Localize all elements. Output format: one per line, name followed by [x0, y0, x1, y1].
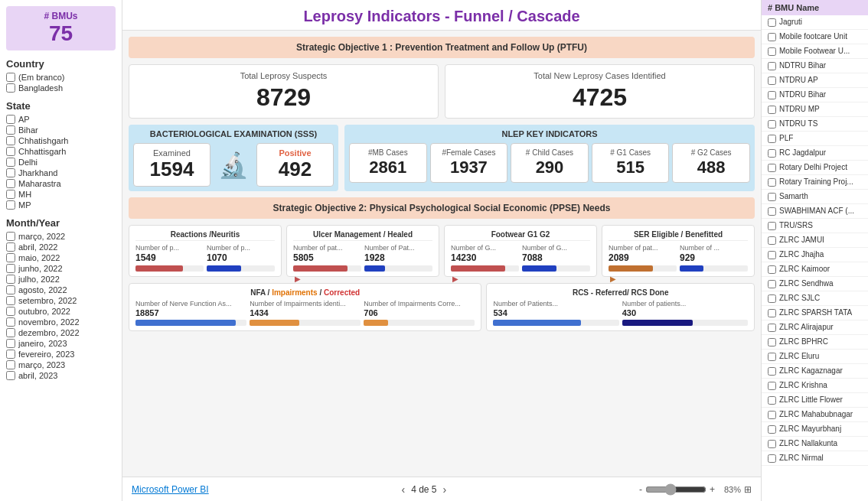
- bmu-checkbox-zlrc-sparsh[interactable]: [768, 309, 776, 317]
- bmu-checkbox-ntdru-mp[interactable]: [768, 106, 776, 114]
- country-item-bangladesh[interactable]: Bangladesh: [6, 83, 116, 93]
- state-checkbox-chhattisgarh[interactable]: [6, 147, 15, 156]
- bmu-checkbox-zlrc-nallakunta[interactable]: [768, 440, 776, 448]
- bmu-checkbox-zlrc-kaimoor[interactable]: [768, 265, 776, 274]
- bmu-checkbox-zlrc-nirmal[interactable]: [768, 454, 776, 463]
- bmu-checkbox-ntdru-bihar[interactable]: [768, 91, 776, 99]
- bmu-item-ntdru-mp[interactable]: NTDRU MP: [762, 102, 868, 117]
- month-item-9[interactable]: novembro, 2022: [6, 317, 116, 327]
- bmu-checkbox-zlrc-bphrc[interactable]: [768, 338, 776, 346]
- bmu-item-tru-srs[interactable]: TRU/SRS: [762, 219, 868, 233]
- bmu-item-mobile-footcare[interactable]: Mobile footcare Unit: [762, 30, 868, 44]
- bmu-checkbox-zlrc-mayurbhanj[interactable]: [768, 425, 776, 434]
- month-checkbox-9[interactable]: [6, 317, 15, 327]
- month-checkbox-12[interactable]: [6, 350, 15, 359]
- bmu-item-zlrc-krishna[interactable]: ZLRC Krishna: [762, 379, 868, 393]
- bmu-item-swabhiman[interactable]: SWABHIMAN ACF (...: [762, 204, 868, 219]
- bmu-checkbox-zlrc-little-flower[interactable]: [768, 396, 776, 405]
- month-checkbox-8[interactable]: [6, 307, 15, 316]
- state-item-chhatishgarh[interactable]: Chhatishgarh: [6, 136, 116, 145]
- country-checkbox-embranco[interactable]: [6, 73, 15, 82]
- bmu-checkbox-zlrc-sjlc[interactable]: [768, 294, 776, 303]
- bmu-item-zlrc-little-flower[interactable]: ZLRC Little Flower: [762, 393, 868, 408]
- bmu-item-zlrc-jhajha[interactable]: ZLRC Jhajha: [762, 248, 868, 262]
- bmu-checkbox-zlrc-mahabubnagar[interactable]: [768, 411, 776, 419]
- state-checkbox-jharkhand[interactable]: [6, 168, 15, 177]
- month-checkbox-14[interactable]: [6, 371, 15, 380]
- bmu-checkbox-mobile-footwear[interactable]: [768, 47, 776, 56]
- month-item-2[interactable]: abril, 2022: [6, 242, 116, 252]
- month-checkbox-4[interactable]: [6, 264, 15, 273]
- month-checkbox-13[interactable]: [6, 360, 15, 369]
- bmu-item-zlrc-nallakunta[interactable]: ZLRC Nallakunta: [762, 437, 868, 451]
- month-item-4[interactable]: junho, 2022: [6, 264, 116, 273]
- pagination-prev-button[interactable]: ‹: [401, 483, 405, 496]
- bmu-checkbox-ntdru-ap[interactable]: [768, 76, 776, 85]
- month-checkbox-1[interactable]: [6, 232, 15, 241]
- state-item-bihar[interactable]: Bihar: [6, 125, 116, 135]
- bmu-item-rotary-training[interactable]: Rotary Training Proj...: [762, 175, 868, 190]
- month-checkbox-3[interactable]: [6, 253, 15, 262]
- state-item-delhi[interactable]: Delhi: [6, 158, 116, 167]
- bmu-checkbox-zlrc-alirajapur[interactable]: [768, 324, 776, 332]
- pagination-next-button[interactable]: ›: [443, 483, 447, 496]
- bmu-item-zlrc-kagaznagar[interactable]: ZLRC Kagaznagar: [762, 364, 868, 379]
- state-checkbox-chhatishgarh[interactable]: [6, 136, 15, 145]
- bmu-item-ntdru-bihar[interactable]: NTDRU Bihar: [762, 88, 868, 102]
- bmu-item-samarth[interactable]: Samarth: [762, 190, 868, 204]
- bmu-checkbox-rotary-delhi[interactable]: [768, 164, 776, 172]
- month-checkbox-2[interactable]: [6, 242, 15, 252]
- state-item-maharastra[interactable]: Maharastra: [6, 179, 116, 188]
- month-item-6[interactable]: agosto, 2022: [6, 285, 116, 294]
- bmu-item-rc-jagdalpur[interactable]: RC Jagdalpur: [762, 146, 868, 161]
- bmu-item-zlrc-nirmal[interactable]: ZLRC Nirmal: [762, 451, 868, 466]
- state-checkbox-bihar[interactable]: [6, 125, 15, 135]
- bmu-checkbox-zlrc-jamui[interactable]: [768, 236, 776, 245]
- state-item-jharkhand[interactable]: Jharkhand: [6, 168, 116, 177]
- bmu-checkbox-plf[interactable]: [768, 135, 776, 143]
- month-item-1[interactable]: março, 2022: [6, 232, 116, 241]
- zoom-minus-button[interactable]: -: [639, 484, 642, 495]
- bmu-checkbox-mobile-footcare[interactable]: [768, 33, 776, 41]
- bmu-item-plf[interactable]: PLF: [762, 132, 868, 146]
- state-item-ap[interactable]: AP: [6, 115, 116, 124]
- month-item-3[interactable]: maio, 2022: [6, 253, 116, 262]
- zoom-plus-button[interactable]: +: [710, 484, 715, 495]
- bmu-checkbox-zlrc-jhajha[interactable]: [768, 251, 776, 259]
- bmu-item-zlrc-kaimoor[interactable]: ZLRC Kaimoor: [762, 262, 868, 277]
- country-item-embranco[interactable]: (Em branco): [6, 73, 116, 82]
- bmu-item-zlrc-eluru[interactable]: ZLRC Eluru: [762, 350, 868, 364]
- bmu-item-zlrc-alirajapur[interactable]: ZLRC Alirajapur: [762, 320, 868, 335]
- month-checkbox-5[interactable]: [6, 275, 15, 284]
- month-item-8[interactable]: outubro, 2022: [6, 307, 116, 316]
- month-item-12[interactable]: fevereiro, 2023: [6, 350, 116, 359]
- bmu-checkbox-zlrc-sendhwa[interactable]: [768, 280, 776, 288]
- fit-screen-button[interactable]: ⊞: [744, 484, 752, 495]
- month-item-13[interactable]: março, 2023: [6, 360, 116, 369]
- state-checkbox-delhi[interactable]: [6, 158, 15, 167]
- bmu-item-zlrc-mayurbhanj[interactable]: ZLRC Mayurbhanj: [762, 422, 868, 437]
- bmu-item-jagruti[interactable]: Jagruti: [762, 15, 868, 30]
- zoom-slider[interactable]: [645, 483, 706, 496]
- bmu-checkbox-rc-jagdalpur[interactable]: [768, 149, 776, 158]
- bmu-item-zlrc-bphrc[interactable]: ZLRC BPHRC: [762, 335, 868, 350]
- month-item-11[interactable]: janeiro, 2023: [6, 339, 116, 348]
- state-checkbox-maharastra[interactable]: [6, 179, 15, 188]
- bmu-checkbox-jagruti[interactable]: [768, 18, 776, 27]
- bmu-item-zlrc-sendhwa[interactable]: ZLRC Sendhwa: [762, 277, 868, 291]
- country-checkbox-bangladesh[interactable]: [6, 83, 15, 93]
- bmu-checkbox-ndtru-bihar[interactable]: [768, 62, 776, 70]
- state-item-chhattisgarh[interactable]: Chhattisgarh: [6, 147, 116, 156]
- bmu-item-ndtru-bihar[interactable]: NDTRU Bihar: [762, 59, 868, 73]
- state-checkbox-mp[interactable]: [6, 200, 15, 210]
- bmu-checkbox-tru-srs[interactable]: [768, 222, 776, 230]
- bmu-item-zlrc-sjlc[interactable]: ZLRC SJLC: [762, 291, 868, 306]
- bmu-item-zlrc-sparsh[interactable]: ZLRC SPARSH TATA: [762, 306, 868, 320]
- month-checkbox-7[interactable]: [6, 296, 15, 305]
- bmu-checkbox-zlrc-kagaznagar[interactable]: [768, 367, 776, 376]
- bmu-checkbox-swabhiman[interactable]: [768, 207, 776, 216]
- bmu-checkbox-rotary-training[interactable]: [768, 178, 776, 187]
- bmu-item-rotary-delhi[interactable]: Rotary Delhi Project: [762, 161, 868, 175]
- month-item-14[interactable]: abril, 2023: [6, 371, 116, 380]
- bmu-checkbox-samarth[interactable]: [768, 193, 776, 201]
